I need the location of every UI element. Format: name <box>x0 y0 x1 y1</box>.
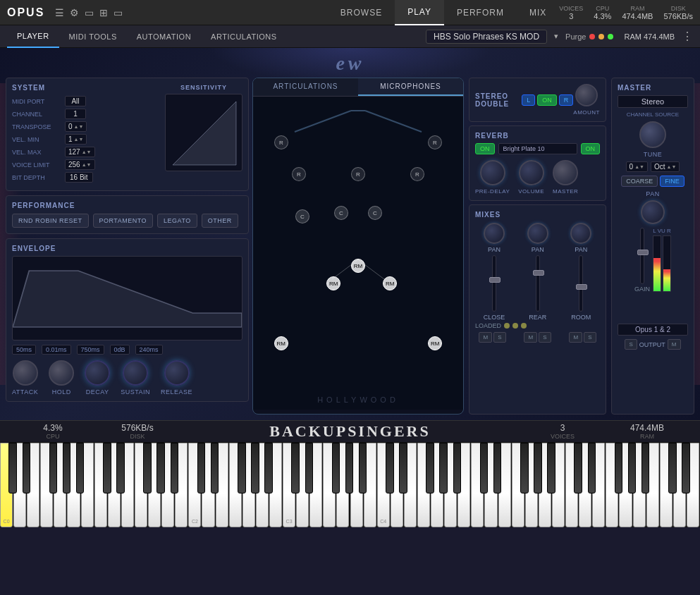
pre-delay-knob[interactable] <box>480 160 505 185</box>
transpose-spinner[interactable]: 0 ▲▼ <box>65 121 87 132</box>
pan-knob[interactable] <box>641 200 665 224</box>
sustain-knob[interactable] <box>123 360 148 386</box>
oct-value-spinner[interactable]: Oct ▲▼ <box>651 161 680 172</box>
mic-dot-c-left[interactable]: C <box>295 209 309 223</box>
piano-black-key[interactable] <box>238 443 245 493</box>
piano-black-key[interactable] <box>264 443 272 493</box>
piano-black-key[interactable] <box>574 443 582 493</box>
tune-knob[interactable] <box>639 121 666 148</box>
piano-black-key[interactable] <box>332 443 340 493</box>
mic-dot-mid-right[interactable]: R <box>410 167 424 181</box>
close-s-button[interactable]: S <box>493 332 505 343</box>
stereo-l-button[interactable]: L <box>522 94 535 106</box>
piano-black-key[interactable] <box>399 443 407 493</box>
other-button[interactable]: OTHER <box>202 214 238 228</box>
preset-name[interactable]: HBS Solo Phrases KS MOD <box>426 30 547 44</box>
piano-black-key[interactable] <box>359 443 367 493</box>
stereo-r-button[interactable]: R <box>559 94 574 106</box>
mic-dot-mid-center[interactable]: R <box>351 167 365 181</box>
vel-min-spinner[interactable]: 1 ▲▼ <box>65 134 87 145</box>
piano-black-key[interactable] <box>628 443 636 493</box>
mic-dot-c-center-r[interactable]: C <box>368 206 382 220</box>
stereo-on-button[interactable]: ON <box>537 94 557 106</box>
piano-black-key[interactable] <box>426 443 434 493</box>
piano-black-key[interactable] <box>211 443 219 493</box>
reverb-master-on-button[interactable]: ON <box>581 143 601 154</box>
room-m-button[interactable]: M <box>569 332 582 343</box>
piano-black-key[interactable] <box>171 443 178 493</box>
mic-dot-top-left[interactable]: R <box>274 135 288 149</box>
piano-black-key[interactable] <box>547 443 555 493</box>
hold-knob[interactable] <box>49 360 74 386</box>
rear-m-button[interactable]: M <box>524 332 537 343</box>
room-pan-knob[interactable] <box>570 223 591 244</box>
mic-dot-top-right[interactable]: R <box>428 135 442 149</box>
midi-port-value[interactable]: All <box>65 96 86 106</box>
piano-black-key[interactable] <box>103 443 111 493</box>
rnd-robin-reset-button[interactable]: RND ROBIN RESET <box>12 214 89 228</box>
piano-black-key[interactable] <box>197 443 205 493</box>
piano-black-key[interactable] <box>76 443 84 493</box>
release-knob[interactable] <box>164 360 190 386</box>
piano-black-key[interactable] <box>291 443 299 493</box>
rear-pan-knob[interactable] <box>527 223 548 244</box>
sub-nav-midi-tools[interactable]: MIDI TOOLS <box>59 25 127 48</box>
view2-icon[interactable]: ⊞ <box>99 7 108 18</box>
reverb-master-knob[interactable] <box>553 160 578 185</box>
sub-nav-automation[interactable]: AUTOMATION <box>127 25 201 48</box>
mic-dot-rm-1[interactable]: RM <box>351 259 365 273</box>
nav-perform[interactable]: PERFORM <box>444 0 517 25</box>
settings-icon[interactable]: ⚙ <box>70 7 79 18</box>
legato-button[interactable]: LEGATO <box>157 214 197 228</box>
mic-dot-rm-2[interactable]: RM <box>326 276 340 290</box>
mic-dot-rm-4[interactable]: RM <box>274 336 288 350</box>
piano-black-key[interactable] <box>641 443 649 493</box>
purge-label[interactable]: Purge <box>565 32 586 41</box>
piano-black-key[interactable] <box>453 443 461 493</box>
nav-mix[interactable]: MIX <box>517 0 559 25</box>
close-pan-knob[interactable] <box>484 223 505 244</box>
master-fader-thumb[interactable] <box>637 250 649 255</box>
options-icon[interactable]: ⋮ <box>682 30 693 43</box>
piano-black-key[interactable] <box>63 443 70 493</box>
decay-knob[interactable] <box>85 360 110 386</box>
portamento-button[interactable]: PORTAMENTO <box>93 214 154 228</box>
piano-black-key[interactable] <box>615 443 622 493</box>
piano-black-key[interactable] <box>116 443 124 493</box>
close-m-button[interactable]: M <box>479 332 492 343</box>
rear-fader-thumb[interactable] <box>533 270 544 276</box>
piano-black-key[interactable] <box>386 443 393 493</box>
rear-s-button[interactable]: S <box>539 332 551 343</box>
close-fader-thumb[interactable] <box>489 277 501 283</box>
room-fader-thumb[interactable] <box>576 284 587 290</box>
stereo-amount-knob[interactable] <box>575 84 598 106</box>
tab-microphones[interactable]: MICROPHONES <box>358 78 463 96</box>
piano-black-key[interactable] <box>588 443 596 493</box>
piano-black-key[interactable] <box>345 443 353 493</box>
preset-dropdown-icon[interactable]: ▾ <box>554 32 558 41</box>
view3-icon[interactable]: ▭ <box>113 7 123 18</box>
mic-dot-rm-5[interactable]: RM <box>428 336 442 350</box>
piano-black-key[interactable] <box>143 443 151 493</box>
piano-black-key[interactable] <box>305 443 313 493</box>
sub-nav-player[interactable]: PLAYER <box>7 25 59 48</box>
vel-max-spinner[interactable]: 127 ▲▼ <box>65 147 95 157</box>
view1-icon[interactable]: ▭ <box>85 7 94 18</box>
solo-button[interactable]: S <box>625 339 637 350</box>
piano-black-key[interactable] <box>668 443 676 493</box>
reverb-preset-name[interactable]: Bright Plate 10 <box>498 143 577 154</box>
tune-value-spinner[interactable]: 0 ▲▼ <box>626 161 648 172</box>
sensitivity-graph[interactable] <box>165 94 242 171</box>
mute-button[interactable]: M <box>668 339 681 350</box>
nav-browse[interactable]: BROWSE <box>328 0 395 25</box>
piano-black-key[interactable] <box>156 443 164 493</box>
piano-black-key[interactable] <box>251 443 259 493</box>
reverb-volume-knob[interactable] <box>519 160 544 185</box>
mic-dot-c-center-l[interactable]: C <box>334 206 348 220</box>
sub-nav-articulations[interactable]: ARTICULATIONS <box>201 25 287 48</box>
piano-black-key[interactable] <box>520 443 528 493</box>
mic-dot-rm-3[interactable]: RM <box>383 276 397 290</box>
piano-black-key[interactable] <box>493 443 501 493</box>
menu-icon[interactable]: ☰ <box>55 7 64 18</box>
mic-dot-mid-left[interactable]: R <box>292 167 306 181</box>
